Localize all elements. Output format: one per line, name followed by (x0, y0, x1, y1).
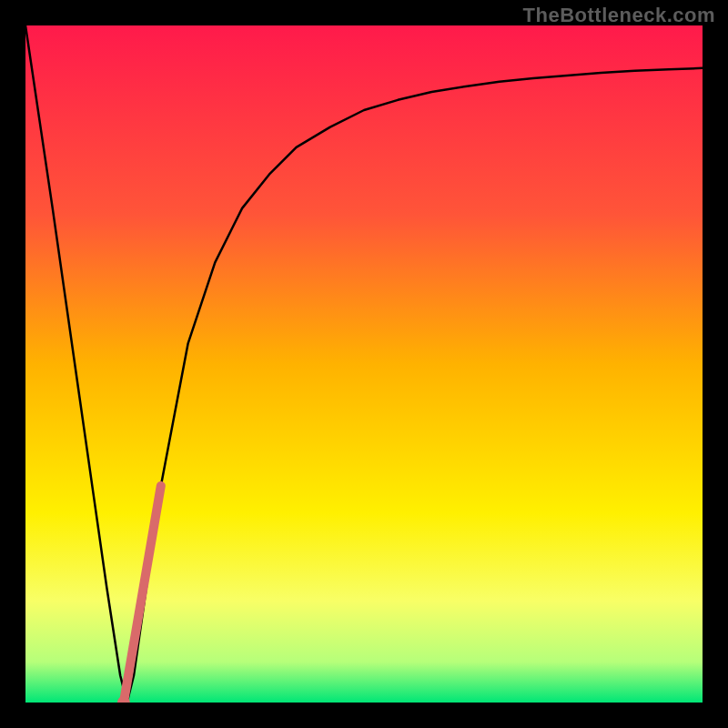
watermark-text: TheBottleneck.com (523, 4, 715, 27)
chart-background (25, 25, 703, 703)
chart-frame: TheBottleneck.com (0, 0, 728, 728)
chart-plot-area (25, 25, 703, 703)
